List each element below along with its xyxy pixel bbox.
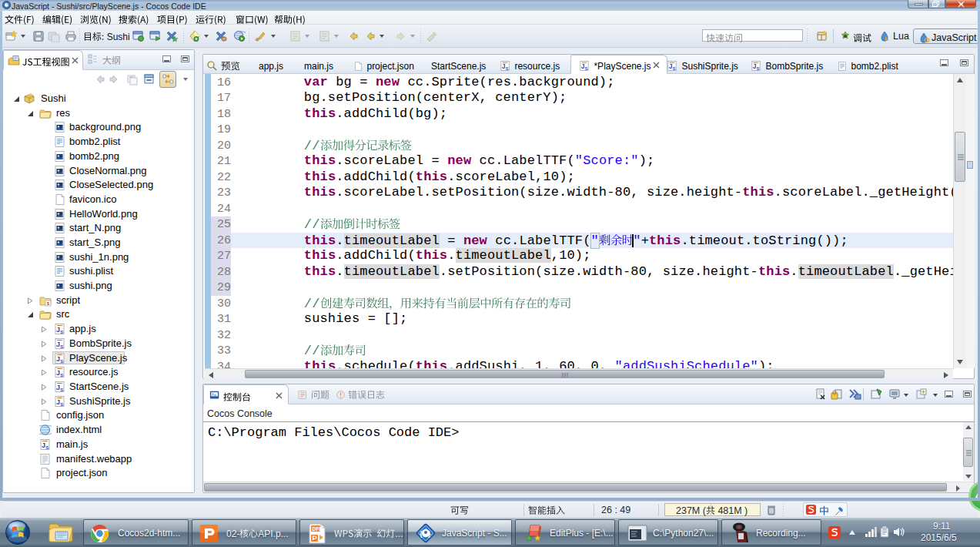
svg-text:s: s: [506, 65, 509, 72]
svg-text:s: s: [60, 343, 64, 350]
svg-text:s: s: [585, 65, 588, 72]
svg-text:DFB: DFB: [313, 526, 323, 532]
svg-text:{: {: [420, 530, 423, 538]
svg-text:s: s: [60, 357, 64, 364]
svg-text:s: s: [47, 301, 50, 307]
svg-text:s: s: [60, 386, 64, 393]
svg-text:s: s: [45, 444, 49, 451]
svg-text:s: s: [673, 65, 676, 72]
svg-text:}: }: [428, 530, 431, 538]
svg-text:s: s: [60, 328, 64, 335]
svg-text:s: s: [60, 401, 64, 408]
svg-text:s: s: [60, 371, 64, 378]
svg-text:s: s: [757, 65, 760, 72]
